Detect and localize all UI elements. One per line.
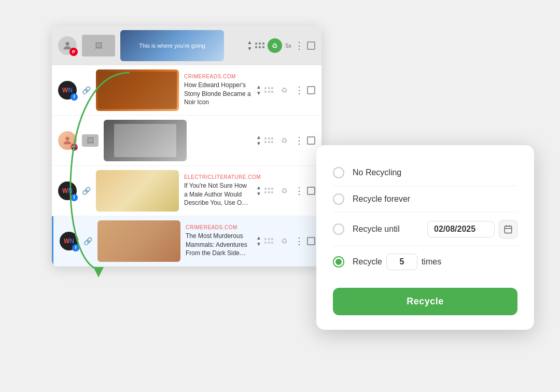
expand-2[interactable] [307,136,315,145]
image-icon: 🖼 [82,35,115,57]
times-input-wrap: Recycle times [353,254,441,270]
queue-top-bar: P 🖼 This is where you're going ▲ ▼ ♻ 5x [52,26,321,65]
grid-icon-4 [264,238,274,244]
link-icon-3: 🔗 [82,187,91,195]
up-arrow[interactable]: ▲ [247,40,252,45]
more-menu-1[interactable]: ⋮ [295,85,304,96]
calendar-btn[interactable] [499,220,517,239]
item3-up[interactable]: ▲ [256,185,261,190]
recycle-forever-radio[interactable] [333,193,344,205]
svg-marker-0 [93,267,104,277]
expand-1[interactable] [307,86,315,94]
recycle-btn-active[interactable]: ♻ [268,38,282,53]
down-arrow[interactable]: ▼ [247,46,252,51]
link-icon-1: 🔗 [82,86,91,94]
item4-controls: ▲▼ ♻ ⋮ [256,234,315,248]
item4-thumb [97,220,180,262]
more-menu-4[interactable]: ⋮ [295,235,304,247]
image-icon-2: 🖼 [82,134,99,147]
item4-source: CRIMEREADS.COM [186,225,251,230]
item1-title: How Edward Hopper's Stony Blonde Became … [184,81,251,107]
recycle-btn-4[interactable]: ♻ [277,234,291,248]
item3-thumb [96,170,179,212]
expand-3[interactable] [307,187,315,195]
recycle-until-option[interactable]: Recycle until [333,213,517,246]
item1-avatar-wrap: WN f [58,81,77,100]
top-item-controls: ▲ ▼ ♻ 5x ⋮ [247,38,315,53]
item4-up[interactable]: ▲ [256,235,261,241]
recycle-submit-button[interactable]: Recycle [333,288,517,315]
recycle-forever-label: Recycle forever [353,194,410,204]
svg-point-1 [65,42,69,46]
fb-badge-4: f [72,244,79,251]
more-menu-3[interactable]: ⋮ [295,185,304,197]
recycle-btn-1[interactable]: ♻ [277,83,291,97]
no-recycling-label: No Recycling [353,168,401,177]
item4-title: The Most Murderous Mammals: Adventures F… [186,232,251,258]
item2-controls: ▲▼ ♻ ⋮ [256,133,315,148]
svg-point-2 [65,137,69,141]
featured-image-text: This is where you're going [137,40,207,51]
item1-controls: ▲▼ ♻ ⋮ [256,83,315,97]
recycle-dialog: No Recycling Recycle forever Recycle unt… [316,145,534,330]
arrow-controls: ▲ ▼ [247,40,252,51]
queue-panel: P 🖼 This is where you're going ▲ ▼ ♻ 5x [52,26,321,267]
item3-title: If You're Not Sure How a Male Author Wou… [184,181,251,207]
item1-content: CRIMEREADS.COM How Edward Hopper's Stony… [184,74,251,107]
item2-down[interactable]: ▼ [256,141,261,146]
link-icon-4: 🔗 [83,237,92,245]
more-menu-2[interactable]: ⋮ [295,135,304,146]
no-recycling-option[interactable]: No Recycling [333,160,517,186]
grid-icon-1 [264,87,274,93]
recycle-btn-2[interactable]: ♻ [277,133,291,148]
more-menu-btn[interactable]: ⋮ [295,40,304,51]
recycle-times-label: Recycle [353,257,382,267]
fb-badge-3: f [71,194,78,201]
times-suffix-label: times [422,257,441,267]
queue-item-4: WN f 🔗 CRIMEREADS.COM The Most Murderous… [52,216,321,267]
queue-item-1: WN f 🔗 CRIMEREADS.COM How Edward Hopper'… [52,65,321,116]
item4-content: CRIMEREADS.COM The Most Murderous Mammal… [186,225,251,258]
expand-4[interactable] [307,237,315,245]
ig-badge-2: 📷 [71,144,78,151]
no-recycling-radio[interactable] [333,167,344,178]
grid-icon-3 [264,188,274,194]
date-input[interactable] [427,221,495,237]
date-input-wrap [427,220,517,239]
user-avatar-wrap: P [58,36,77,55]
item3-down[interactable]: ▼ [256,191,261,197]
item4-down[interactable]: ▼ [256,242,261,247]
item2-content [192,140,251,142]
recycle-btn-3[interactable]: ♻ [277,184,291,198]
item2-thumb [104,120,187,161]
recycle-until-label: Recycle until [353,225,400,234]
item2-avatar-wrap: 📷 [58,131,77,150]
recycle-until-radio[interactable] [333,223,344,235]
item1-up[interactable]: ▲ [256,85,261,90]
recycle-count-label: 5x [285,43,291,49]
grid-icon-top [255,43,264,49]
item3-avatar-wrap: WN f [58,181,77,200]
item2-up[interactable]: ▲ [256,135,261,140]
item3-controls: ▲▼ ♻ ⋮ [256,184,315,198]
item1-down[interactable]: ▼ [256,91,261,96]
recycle-times-radio[interactable] [333,256,344,268]
pinterest-badge: P [69,48,78,56]
queue-item-2: 📷 🖼 ▲▼ ♻ ⋮ [52,116,321,166]
item1-thumb [96,69,179,111]
item3-source: ELECTRICLITERATURE.COM [184,174,251,180]
grid-icon-2 [264,137,274,144]
item1-source: CRIMEREADS.COM [184,74,251,79]
expand-icon[interactable] [307,41,315,50]
featured-image: This is where you're going [120,30,224,61]
queue-item-3: WN f 🔗 ELECTRICLITERATURE.COM If You're … [52,166,321,216]
recycle-times-option[interactable]: Recycle times [333,246,517,277]
recycle-forever-option[interactable]: Recycle forever [333,186,517,213]
svg-rect-3 [505,226,512,233]
fb-badge-1: f [71,93,78,101]
item3-content: ELECTRICLITERATURE.COM If You're Not Sur… [184,174,251,207]
times-input[interactable] [386,254,417,270]
item4-avatar-wrap: WN f [60,232,78,250]
